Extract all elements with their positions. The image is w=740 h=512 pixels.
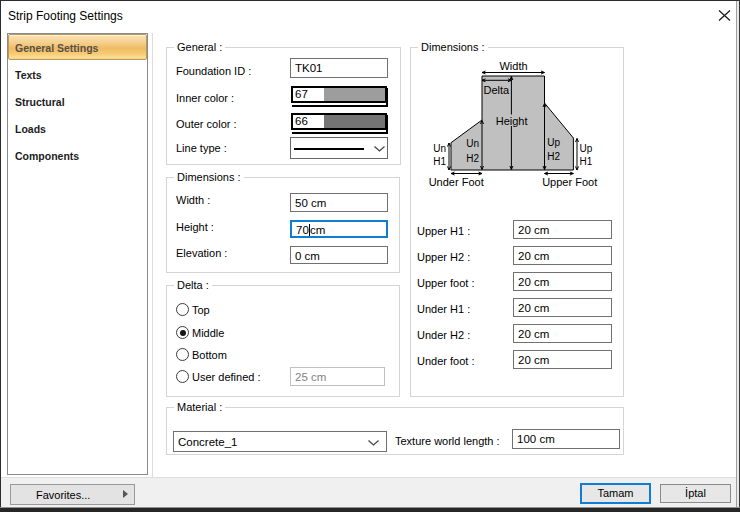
svg-text:Upper Foot: Upper Foot [542,176,597,188]
svg-text:Up: Up [580,143,593,154]
svg-text:H2: H2 [547,151,560,162]
svg-text:Un: Un [466,138,479,149]
svg-text:Up: Up [547,137,560,148]
svg-text:Un: Un [433,143,446,154]
svg-text:H1: H1 [580,156,593,167]
svg-text:Under Foot: Under Foot [429,176,484,188]
svg-text:Height: Height [496,115,528,127]
svg-text:Width: Width [499,60,527,72]
svg-text:H1: H1 [433,156,446,167]
svg-text:Delta: Delta [484,84,511,96]
svg-text:H2: H2 [466,153,479,164]
